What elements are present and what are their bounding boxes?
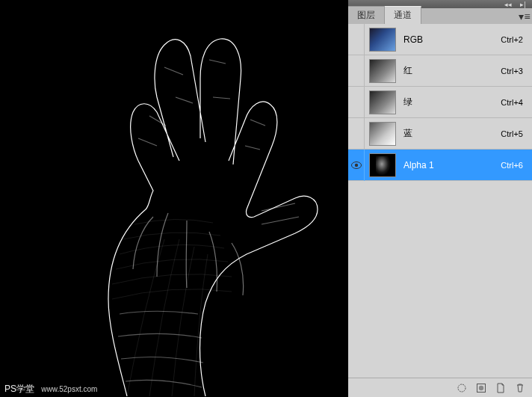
svg-point-2 (458, 384, 466, 392)
watermark-title: PS学堂 (4, 384, 34, 394)
channel-shortcut: Ctrl+6 (501, 161, 523, 170)
svg-point-1 (354, 163, 357, 166)
delete-channel-button[interactable] (511, 381, 529, 396)
trash-icon (515, 383, 525, 393)
visibility-toggle[interactable] (348, 118, 365, 150)
channel-row-rgb[interactable]: RGB Ctrl+2 (348, 24, 532, 55)
channel-row-alpha1[interactable]: Alpha 1 Ctrl+6 (348, 150, 532, 181)
channel-name: 红 (403, 64, 501, 77)
channel-name: RGB (403, 34, 501, 45)
visibility-toggle[interactable] (348, 55, 365, 87)
watermark: PS学堂 www.52psxt.com (4, 383, 97, 396)
selection-circle-icon (457, 383, 467, 393)
tab-channels[interactable]: 通道 (385, 6, 421, 24)
channel-thumbnail (369, 90, 396, 114)
channel-shortcut: Ctrl+2 (501, 35, 523, 44)
channel-name: 蓝 (403, 127, 501, 140)
channel-row-red[interactable]: 红 Ctrl+3 (348, 55, 532, 87)
eye-icon (351, 161, 362, 169)
channel-shortcut: Ctrl+3 (501, 67, 523, 76)
hand-image (37, 15, 321, 396)
collapse-icon[interactable]: ◂◂ (502, 1, 514, 7)
tab-layers[interactable]: 图层 (348, 6, 385, 24)
new-page-icon (495, 383, 506, 393)
channel-list: RGB Ctrl+2 红 Ctrl+3 绿 Ctrl+4 蓝 Ctrl+5 (348, 24, 532, 378)
save-selection-button[interactable] (472, 381, 490, 396)
channel-name: Alpha 1 (403, 160, 501, 170)
load-selection-button[interactable] (453, 381, 471, 396)
channels-panel: ◂◂ ▸| 图层 通道 ▾≡ RGB Ctrl+2 红 Ctrl+3 绿 Ctr… (348, 0, 532, 397)
channel-name: 绿 (403, 96, 501, 108)
panel-footer (348, 378, 532, 397)
visibility-toggle[interactable] (348, 24, 365, 55)
watermark-url: www.52psxt.com (41, 385, 97, 393)
visibility-toggle[interactable] (348, 87, 365, 118)
channel-thumbnail (369, 59, 396, 83)
visibility-toggle[interactable] (348, 150, 365, 181)
svg-point-4 (479, 385, 483, 390)
channel-shortcut: Ctrl+5 (501, 129, 523, 138)
channel-shortcut: Ctrl+4 (501, 98, 523, 107)
canvas-area: PS学堂 www.52psxt.com (0, 0, 348, 397)
expand-icon[interactable]: ▸| (517, 1, 529, 7)
channel-row-blue[interactable]: 蓝 Ctrl+5 (348, 118, 532, 150)
channel-thumbnail (369, 28, 396, 52)
panel-menu-icon[interactable]: ▾≡ (517, 9, 532, 24)
channel-thumbnail (369, 153, 396, 177)
channel-thumbnail (369, 122, 396, 146)
new-channel-button[interactable] (492, 381, 510, 396)
panel-tabs: 图层 通道 ▾≡ (348, 8, 532, 24)
mask-icon (476, 383, 486, 393)
channel-row-green[interactable]: 绿 Ctrl+4 (348, 87, 532, 118)
